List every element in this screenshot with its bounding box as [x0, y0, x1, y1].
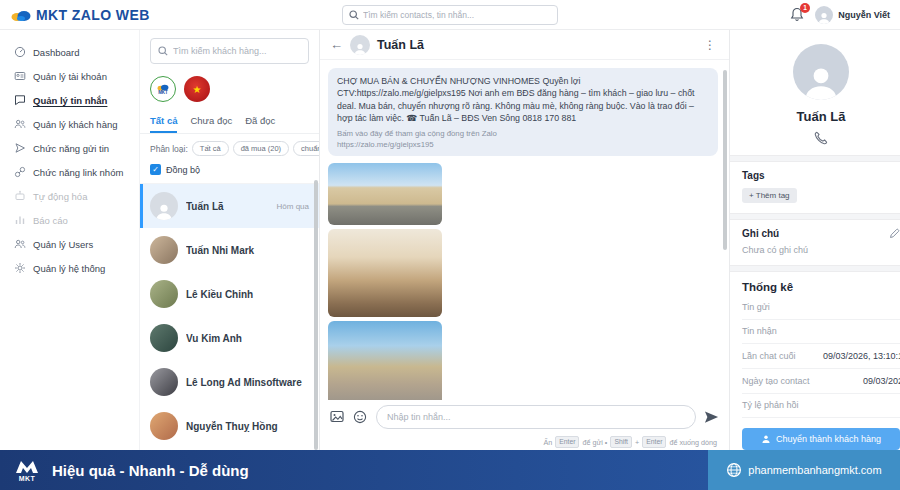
system-icon [14, 262, 26, 274]
user-menu[interactable]: Nguyễn Viết [815, 6, 890, 24]
sidebar-item-users[interactable]: Quản lý Users [0, 232, 139, 256]
footer-website[interactable]: phanmembanhangmkt.com [708, 450, 900, 490]
footer-tagline: Hiệu quả - Nhanh - Dễ dùng [52, 462, 249, 479]
sync-checkbox[interactable]: ✓ [150, 164, 161, 175]
stat-label: Lần chat cuối [742, 351, 796, 361]
conversation-item[interactable]: Lê Kiều Chinh [140, 272, 319, 316]
conversation-item[interactable] [140, 448, 319, 450]
property-exterior-photo[interactable] [328, 163, 442, 225]
send-feature-icon [14, 142, 26, 154]
stat-row: Tin gửi 0 [742, 295, 900, 320]
footer-website-text: phanmembanhangmkt.com [748, 464, 881, 476]
conversation-item[interactable]: Lê Long Ad Minsoftware [140, 360, 319, 404]
conversation-item[interactable]: Tuấn Nhi Mark [140, 228, 319, 272]
sidebar-item-messages[interactable]: Quản lý tin nhắn [0, 88, 139, 112]
chat-scrollbar[interactable] [723, 70, 727, 250]
property-interior-photo[interactable] [328, 229, 442, 317]
sync-label: Đồng bộ [166, 165, 200, 175]
message-input[interactable] [387, 412, 685, 422]
sidebar-item-send-feature[interactable]: Chức năng gửi tin [0, 136, 139, 160]
sidebar-item-system[interactable]: Quản lý hệ thống [0, 256, 139, 280]
app-logo[interactable]: MKT ZALO WEB [10, 7, 230, 23]
emoji-icon[interactable] [353, 410, 368, 425]
sidebar-item-label: Quản lý khách hàng [33, 119, 118, 130]
notifications-button[interactable]: 1 [790, 7, 806, 23]
section-divider [730, 265, 900, 272]
tab-read[interactable]: Đã đọc [245, 115, 275, 133]
conversation-search[interactable] [150, 38, 309, 64]
attach-image-icon[interactable] [330, 410, 345, 425]
message-input-pill[interactable] [376, 405, 696, 429]
search-icon [158, 46, 168, 56]
message-link-caption[interactable]: Bấm vào đây để tham gia cộng đồng trên Z… [337, 129, 709, 138]
conversation-list: Tuấn Lã Hôm qua Tuấn Nhi Mark Lê Kiều Ch… [140, 183, 319, 450]
hint-text: để xuống dòng [669, 438, 717, 447]
tab-all[interactable]: Tất cả [150, 115, 177, 133]
chat-contact-avatar [350, 35, 370, 55]
header-actions: 1 Nguyễn Viết [670, 6, 890, 24]
send-icon[interactable] [704, 410, 719, 425]
account-avatar-flag[interactable]: ★ [184, 76, 210, 102]
app-window: MKT ZALO WEB 1 Nguyễn Viết [0, 0, 900, 490]
enter-key-badge: Enter [642, 436, 666, 448]
conversation-avatar [150, 236, 178, 264]
conversation-search-input[interactable] [173, 46, 301, 56]
property-street-photo[interactable] [328, 321, 442, 400]
shift-key-badge: Shift [610, 436, 632, 448]
conversation-item[interactable]: Nguyễn Thuỵ Hồng [140, 404, 319, 448]
account-avatar-mkt[interactable]: MKT [150, 76, 176, 102]
sidebar-item-customers[interactable]: Quản lý khách hàng [0, 112, 139, 136]
stat-value: 09/03/2026, 13:10:16 [823, 351, 900, 361]
convert-to-customer-button[interactable]: Chuyển thành khách hàng [742, 428, 900, 450]
message-bubble: CHỢ MUA BÁN & CHUYỂN NHƯỢNG VINHOMES Quy… [328, 68, 718, 156]
tab-unread[interactable]: Chưa đọc [190, 115, 232, 133]
conversation-avatar [150, 368, 178, 396]
edit-note-icon[interactable] [889, 228, 900, 239]
section-divider [730, 213, 900, 220]
sidebar-item-dashboard[interactable]: Dashboard [0, 40, 139, 64]
conversation-scrollbar[interactable] [314, 180, 318, 450]
conversation-name: Vu Kim Anh [186, 333, 309, 344]
enter-key-badge: Enter [555, 436, 579, 448]
section-divider [730, 155, 900, 162]
conversation-item[interactable]: Tuấn Lã Hôm qua [140, 184, 319, 228]
sidebar-item-accounts[interactable]: Quản lý tài khoản [0, 64, 139, 88]
reports-icon [14, 214, 26, 226]
global-search-input[interactable] [363, 10, 551, 20]
conversation-avatar [150, 280, 178, 308]
add-tag-button[interactable]: + Thêm tag [742, 188, 797, 203]
chat-panel: ← Tuấn Lã ⋮ CHỢ MUA BÁN & CHUYỂN NHƯỢNG … [320, 30, 730, 450]
filter-chip-all[interactable]: Tất cả [192, 141, 229, 156]
global-search[interactable] [342, 5, 558, 25]
stat-row: Lần chat cuối 09/03/2026, 13:10:16 [742, 344, 900, 369]
sidebar-item-automation[interactable]: Tự động hóa [0, 184, 139, 208]
keyboard-hint: Ấn Enter để gửi • Shift + Enter để xuống… [320, 434, 729, 450]
sidebar-item-label: Quản lý tin nhắn [33, 95, 107, 106]
stat-value: 09/03/2026 [863, 376, 900, 386]
conversation-item[interactable]: Vu Kim Anh [140, 316, 319, 360]
message-link-url[interactable]: https://zalo.me/g/gielpxs195 [337, 140, 709, 149]
phone-icon[interactable] [814, 131, 828, 145]
sidebar-item-group-links[interactable]: Chức năng link nhóm [0, 160, 139, 184]
sidebar-item-label: Quản lý hệ thống [33, 263, 105, 274]
back-icon[interactable]: ← [330, 37, 343, 52]
notes-title: Ghi chú [742, 228, 779, 239]
conversation-tabs: Tất cả Chưa đọc Đã đọc [140, 110, 319, 134]
person-icon [761, 434, 771, 444]
chat-header: ← Tuấn Lã ⋮ [320, 30, 729, 60]
sync-row: ✓ Đồng bộ [140, 160, 319, 183]
sidebar-item-label: Dashboard [33, 47, 79, 58]
cloud-logo-icon [10, 8, 32, 22]
contact-profile-panel: Tuấn Lã Tags + Thêm tag Ghi chú Chưa c [730, 30, 900, 450]
filter-label: Phân loại: [150, 144, 188, 154]
stat-label: Tỷ lệ phản hồi [742, 400, 799, 410]
user-avatar [815, 6, 833, 24]
stat-label: Tin nhận [742, 326, 777, 336]
sidebar-item-label: Quản lý tài khoản [33, 71, 107, 82]
filter-chip-purchased[interactable]: đã mua (20) [233, 141, 289, 156]
filter-chip-closing[interactable]: chuẩn bị chốt (2) [293, 141, 319, 156]
sidebar-item-reports[interactable]: Báo cáo [0, 208, 139, 232]
sidebar-item-label: Quản lý Users [33, 239, 93, 250]
chat-menu-icon[interactable]: ⋮ [701, 38, 719, 52]
automation-icon [14, 190, 26, 202]
